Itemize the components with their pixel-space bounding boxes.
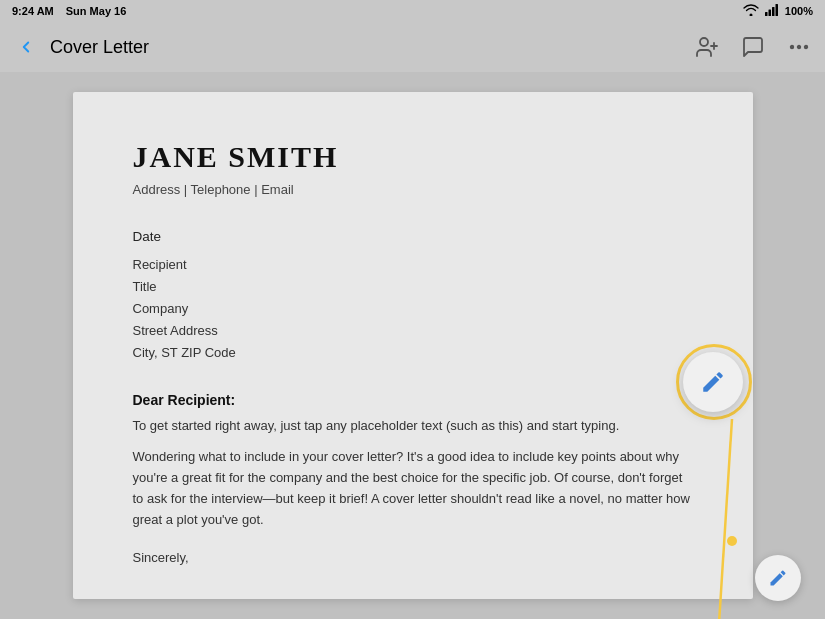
back-button[interactable] — [12, 33, 40, 61]
comment-button[interactable] — [739, 33, 767, 61]
recipient-company[interactable]: Company — [133, 298, 693, 320]
recipient-street[interactable]: Street Address — [133, 320, 693, 342]
nav-bar: Cover Letter — [0, 22, 825, 72]
pencil-icon-small — [768, 568, 788, 588]
connector-dot — [727, 536, 737, 546]
status-left: 9:24 AM Sun May 16 — [12, 5, 126, 17]
page-title: Cover Letter — [50, 37, 683, 58]
wifi-icon — [743, 4, 759, 18]
status-bar: 9:24 AM Sun May 16 100% — [0, 0, 825, 22]
edit-button-small[interactable] — [755, 555, 801, 601]
svg-rect-0 — [765, 12, 768, 16]
document-body-main[interactable]: Wondering what to include in your cover … — [133, 447, 693, 530]
svg-point-8 — [798, 46, 800, 48]
recipient-block[interactable]: Recipient Title Company Street Address C… — [133, 254, 693, 364]
document-page: Jane Smith Address | Telephone | Email D… — [73, 92, 753, 599]
svg-rect-3 — [775, 4, 778, 16]
recipient-city[interactable]: City, ST ZIP Code — [133, 342, 693, 364]
nav-actions — [693, 33, 813, 61]
svg-point-7 — [791, 46, 793, 48]
document-closing[interactable]: Sincerely, — [133, 550, 693, 565]
time-display: 9:24 AM — [12, 5, 54, 17]
document-name[interactable]: Jane Smith — [133, 140, 693, 174]
document-salutation[interactable]: Dear Recipient: — [133, 392, 693, 408]
svg-rect-1 — [768, 10, 771, 17]
more-options-button[interactable] — [785, 33, 813, 61]
signal-icon — [765, 4, 779, 18]
battery-display: 100% — [785, 5, 813, 17]
document-date[interactable]: Date — [133, 229, 693, 244]
date-display: Sun May 16 — [66, 5, 127, 17]
recipient-title[interactable]: Title — [133, 276, 693, 298]
svg-point-4 — [700, 38, 708, 46]
add-person-button[interactable] — [693, 33, 721, 61]
pencil-icon-large — [700, 369, 726, 395]
svg-rect-2 — [772, 7, 775, 16]
status-right: 100% — [743, 4, 813, 18]
document-contact[interactable]: Address | Telephone | Email — [133, 182, 693, 197]
svg-point-9 — [805, 46, 807, 48]
document-body-intro[interactable]: To get started right away, just tap any … — [133, 416, 693, 437]
edit-button-large[interactable] — [683, 352, 743, 412]
document-area: Jane Smith Address | Telephone | Email D… — [0, 72, 825, 619]
recipient-name[interactable]: Recipient — [133, 254, 693, 276]
